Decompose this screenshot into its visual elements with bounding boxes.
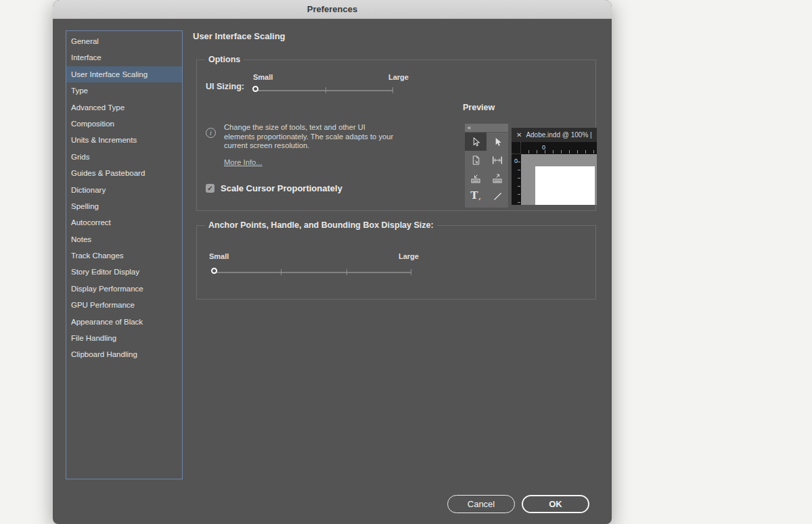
anchor-slider-track[interactable] bbox=[216, 272, 411, 273]
anchor-slider-knob[interactable] bbox=[211, 268, 217, 274]
preview-doc-body: 0 bbox=[512, 154, 597, 205]
anchor-display-legend: Anchor Points, Handle, and Bounding Box … bbox=[205, 220, 437, 230]
sidebar-item-autocorrect[interactable]: Autocorrect bbox=[66, 214, 182, 231]
sidebar-item-interface[interactable]: Interface bbox=[66, 49, 182, 66]
tab-close-icon: ✕ bbox=[516, 131, 522, 139]
anchor-display-slider[interactable] bbox=[209, 267, 415, 278]
sidebar-item-general[interactable]: General bbox=[66, 33, 182, 49]
sidebar-item-display-performance[interactable]: Display Performance bbox=[66, 281, 182, 297]
sidebar-item-dictionary[interactable]: Dictionary bbox=[66, 182, 182, 198]
direct-selection-tool-icon bbox=[487, 133, 508, 151]
sidebar-item-guides-pasteboard[interactable]: Guides & Pasteboard bbox=[66, 165, 182, 181]
scale-cursor-label: Scale Cursor Proportionately bbox=[221, 183, 342, 193]
ui-sizing-slider-tick bbox=[325, 87, 326, 93]
v-ruler-ticks bbox=[518, 154, 520, 205]
selection-tool-icon bbox=[465, 133, 487, 151]
preview-tool-panel: « T, bbox=[465, 124, 508, 208]
sidebar-item-gpu-performance[interactable]: GPU Performance bbox=[66, 297, 182, 313]
preview-tool-grid: T, bbox=[465, 133, 508, 206]
sidebar-item-clipboard-handling[interactable]: Clipboard Handling bbox=[66, 346, 182, 362]
sidebar-item-advanced-type[interactable]: Advanced Type bbox=[66, 99, 182, 116]
sidebar-item-units-increments[interactable]: Units & Increments bbox=[66, 132, 182, 148]
horizontal-ruler: 0 bbox=[521, 142, 597, 154]
preview-document-tab: ✕ Adobe.indd @ 100% | bbox=[512, 128, 597, 142]
scale-cursor-checkbox[interactable]: ✓ bbox=[206, 184, 215, 193]
sidebar-item-file-handling[interactable]: File Handling bbox=[66, 330, 182, 346]
ok-button[interactable]: OK bbox=[522, 495, 589, 513]
anchor-slider-tick bbox=[411, 269, 411, 275]
tab-title: Adobe.indd @ 100% | bbox=[526, 131, 591, 139]
anchor-slider-tick bbox=[346, 269, 347, 275]
sidebar-item-spelling[interactable]: Spelling bbox=[66, 198, 182, 214]
dialog-title: Preferences bbox=[307, 4, 357, 14]
h-ruler-ticks bbox=[521, 150, 597, 153]
preview-document-area: ✕ Adobe.indd @ 100% | 0 0 bbox=[512, 128, 597, 205]
info-icon: i bbox=[206, 128, 216, 138]
sidebar-item-composition[interactable]: Composition bbox=[66, 116, 182, 132]
preview-label: Preview bbox=[463, 103, 495, 112]
ui-sizing-label: UI Sizing: bbox=[206, 82, 244, 91]
options-group: Options Small Large UI Sizing: i Change … bbox=[196, 59, 596, 211]
anchor-small-label: Small bbox=[209, 252, 229, 260]
panel-collapse-icon: « bbox=[465, 124, 508, 133]
anchor-large-label: Large bbox=[399, 252, 419, 260]
vertical-ruler: 0 bbox=[512, 154, 521, 205]
content-collector-tool-icon bbox=[465, 169, 487, 187]
ui-sizing-slider-tick bbox=[392, 87, 393, 93]
sidebar-item-user-interface-scaling[interactable]: User Interface Scaling bbox=[66, 66, 182, 82]
ui-scaling-description: Change the size of tools, text and other… bbox=[224, 123, 394, 151]
ui-sizing-slider[interactable] bbox=[253, 85, 399, 96]
ruler-corner bbox=[512, 142, 521, 154]
ui-sizing-large-label: Large bbox=[388, 73, 409, 81]
sidebar-item-appearance-of-black[interactable]: Appearance of Black bbox=[66, 314, 182, 330]
preferences-dialog: Preferences GeneralInterfaceUser Interfa… bbox=[53, 0, 612, 524]
line-tool-icon bbox=[487, 187, 508, 206]
preview-ruler-row: 0 bbox=[512, 142, 597, 154]
anchor-slider-tick bbox=[281, 269, 281, 275]
content-placer-tool-icon bbox=[487, 169, 508, 187]
preferences-category-list: GeneralInterfaceUser Interface ScalingTy… bbox=[66, 30, 183, 479]
page-title: User Interface Scaling bbox=[193, 31, 286, 41]
desktop: Preferences GeneralInterfaceUser Interfa… bbox=[0, 0, 812, 524]
ui-sizing-small-label: Small bbox=[253, 73, 273, 81]
more-info-link[interactable]: More Info... bbox=[224, 158, 263, 166]
scale-cursor-row: ✓ Scale Cursor Proportionately bbox=[206, 183, 342, 193]
gap-tool-icon bbox=[487, 151, 508, 169]
sidebar-item-grids[interactable]: Grids bbox=[66, 149, 182, 165]
sidebar-item-notes[interactable]: Notes bbox=[66, 231, 182, 247]
sidebar-item-type[interactable]: Type bbox=[66, 82, 182, 99]
options-legend: Options bbox=[205, 55, 244, 64]
ui-sizing-slider-knob[interactable] bbox=[252, 86, 258, 92]
sidebar-item-track-changes[interactable]: Track Changes bbox=[66, 247, 182, 264]
sidebar-item-story-editor-display[interactable]: Story Editor Display bbox=[66, 264, 182, 280]
dialog-titlebar: Preferences bbox=[53, 0, 612, 19]
type-tool-icon: T, bbox=[465, 187, 487, 206]
anchor-display-group: Anchor Points, Handle, and Bounding Box … bbox=[196, 225, 596, 300]
page-tool-icon bbox=[465, 151, 487, 169]
preview-pasteboard bbox=[521, 154, 597, 205]
cancel-button[interactable]: Cancel bbox=[447, 495, 515, 513]
preview-page bbox=[535, 166, 595, 205]
